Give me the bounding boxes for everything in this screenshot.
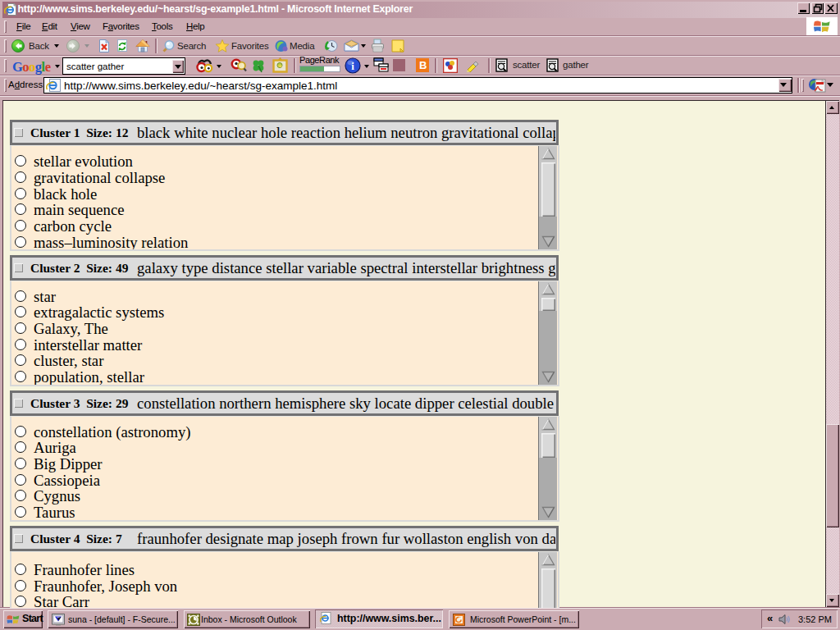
svg-text:i: i xyxy=(351,60,354,72)
